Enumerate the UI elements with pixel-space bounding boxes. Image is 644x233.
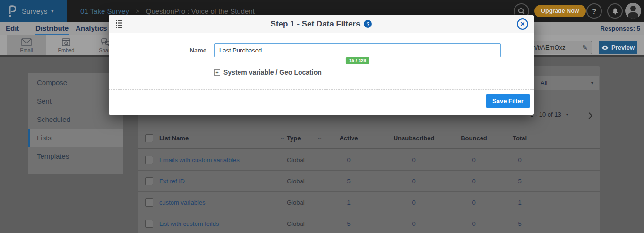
table-row: Emails with custom varialbles Global 0 0… bbox=[138, 149, 600, 171]
column-header-unsubscribed: Unsubscribed bbox=[373, 135, 455, 142]
column-header-bounced: Bounced bbox=[455, 135, 493, 142]
app-window: Surveys ▾ 01 Take Survey > QuestionPro :… bbox=[0, 0, 644, 233]
row-checkbox[interactable] bbox=[145, 198, 153, 207]
responses-count: Responses: 5 bbox=[600, 22, 640, 35]
expand-plus-icon: + bbox=[214, 69, 220, 76]
preview-button[interactable]: Preview bbox=[599, 41, 637, 54]
table-row: custom variables Global 1 0 0 1 bbox=[138, 192, 600, 213]
select-all-checkbox[interactable] bbox=[145, 134, 153, 142]
list-name-link[interactable]: List with custom feilds bbox=[159, 220, 278, 227]
set-data-filters-modal: Step 1 - Set Data Filters ? × Name 15 / … bbox=[109, 15, 534, 115]
question-mark-icon: ? bbox=[592, 7, 596, 15]
toolbar-item-email[interactable]: Email bbox=[7, 35, 46, 55]
user-avatar[interactable] bbox=[625, 3, 641, 19]
breadcrumb-separator: > bbox=[136, 8, 139, 15]
embed-icon bbox=[61, 38, 71, 46]
list-name-link[interactable]: Ext ref ID bbox=[159, 178, 278, 185]
edit-url-pencil-icon[interactable]: ✎ bbox=[578, 44, 592, 52]
bounced-count: 0 bbox=[455, 156, 493, 164]
toolbar-item-label: Embed bbox=[58, 47, 75, 53]
total-count: 5 bbox=[493, 178, 547, 185]
total-count: 5 bbox=[493, 220, 547, 227]
chevron-down-icon: ▾ bbox=[51, 9, 53, 14]
active-count: 5 bbox=[325, 220, 373, 227]
list-filter-value: All bbox=[534, 79, 587, 86]
pagination-range: 1 - 10 of 13 bbox=[530, 111, 561, 118]
tab-edit[interactable]: Edit bbox=[6, 22, 19, 35]
email-icon bbox=[21, 38, 32, 46]
list-type: Global bbox=[287, 156, 315, 164]
modal-title: Step 1 - Set Data Filters bbox=[271, 19, 361, 29]
unsubscribed-count: 0 bbox=[373, 178, 455, 185]
help-button[interactable]: ? bbox=[586, 3, 602, 19]
list-type: Global bbox=[287, 199, 315, 206]
toolbar-item-embed[interactable]: Embed bbox=[46, 35, 86, 55]
column-header-type[interactable]: Type bbox=[287, 135, 315, 142]
char-counter-badge: 15 / 128 bbox=[346, 57, 369, 64]
breadcrumb-survey-link[interactable]: 01 Take Survey bbox=[80, 7, 129, 15]
bounced-count: 0 bbox=[455, 220, 493, 227]
upgrade-now-button[interactable]: Upgrade Now bbox=[534, 5, 586, 17]
breadcrumb-page-title: QuestionPro : Voice of the Student bbox=[146, 7, 255, 15]
unsubscribed-count: 0 bbox=[373, 220, 455, 227]
modal-footer-divider bbox=[109, 89, 534, 90]
column-header-list-name[interactable]: List Name bbox=[159, 135, 278, 142]
column-header-total: Total bbox=[493, 135, 547, 142]
modal-header: Step 1 - Set Data Filters ? × bbox=[109, 15, 534, 33]
save-filter-button[interactable]: Save Filter bbox=[486, 94, 530, 108]
avatar-head-shape bbox=[630, 6, 636, 11]
surveys-menu-label: Surveys bbox=[22, 7, 47, 15]
row-checkbox[interactable] bbox=[145, 220, 153, 228]
sort-icon[interactable]: ▴▾ bbox=[315, 137, 325, 140]
list-name-link[interactable]: custom variables bbox=[159, 199, 278, 206]
preview-button-label: Preview bbox=[611, 44, 635, 51]
sidebar-item-templates[interactable]: Templates bbox=[28, 147, 123, 165]
chevron-down-icon: ▾ bbox=[591, 80, 593, 86]
bounced-count: 0 bbox=[455, 178, 493, 185]
sidebar-item-lists[interactable]: Lists bbox=[28, 129, 123, 147]
list-type: Global bbox=[287, 178, 315, 185]
total-count: 0 bbox=[493, 156, 547, 164]
column-header-active: Active bbox=[325, 135, 373, 142]
table-row: Ext ref ID Global 5 0 0 5 bbox=[138, 171, 600, 192]
pagination-next-chevron[interactable] bbox=[586, 112, 592, 119]
surveys-menu[interactable]: Surveys ▾ bbox=[0, 0, 67, 22]
system-variable-expander-label: System variable / Geo Location bbox=[223, 69, 322, 76]
bell-icon bbox=[611, 8, 619, 15]
name-field-label: Name bbox=[178, 43, 206, 57]
system-variable-expander[interactable]: + System variable / Geo Location bbox=[214, 69, 322, 76]
questionpro-logo-icon bbox=[8, 5, 17, 17]
toolbar-item-label: Email bbox=[20, 47, 33, 53]
row-checkbox[interactable] bbox=[145, 177, 153, 185]
list-type: Global bbox=[287, 220, 315, 227]
tab-distribute[interactable]: Distribute bbox=[35, 22, 69, 35]
drag-handle-icon[interactable] bbox=[115, 19, 122, 29]
active-count: 0 bbox=[325, 156, 373, 164]
list-filter-dropdown[interactable]: All ▾ bbox=[534, 76, 599, 90]
table-row: List with custom feilds Global 5 0 0 5 bbox=[138, 213, 600, 233]
modal-help-icon[interactable]: ? bbox=[364, 20, 372, 28]
total-count: 1 bbox=[493, 199, 547, 206]
unsubscribed-count: 0 bbox=[373, 199, 455, 206]
modal-close-icon[interactable]: × bbox=[517, 18, 528, 30]
bounced-count: 0 bbox=[455, 199, 493, 206]
tab-analytics[interactable]: Analytics bbox=[76, 22, 107, 35]
avatar-body-shape bbox=[628, 12, 638, 19]
notifications-button[interactable] bbox=[607, 3, 623, 19]
row-checkbox[interactable] bbox=[145, 156, 153, 164]
sort-icon[interactable]: ▴▾ bbox=[278, 137, 287, 140]
list-name-link[interactable]: Emails with custom varialbles bbox=[159, 156, 278, 164]
active-count: 5 bbox=[325, 178, 373, 185]
active-count: 1 bbox=[325, 199, 373, 206]
pagination: 1 - 10 of 13 ▾ bbox=[530, 111, 568, 118]
unsubscribed-count: 0 bbox=[373, 156, 455, 164]
pagination-page-size-caret[interactable]: ▾ bbox=[566, 112, 568, 117]
table-header-row: List Name ▴▾ Type ▴▾ Active Unsubscribed… bbox=[138, 128, 600, 149]
search-icon bbox=[518, 8, 525, 15]
filter-name-input[interactable] bbox=[214, 43, 501, 57]
eye-icon bbox=[601, 45, 609, 50]
